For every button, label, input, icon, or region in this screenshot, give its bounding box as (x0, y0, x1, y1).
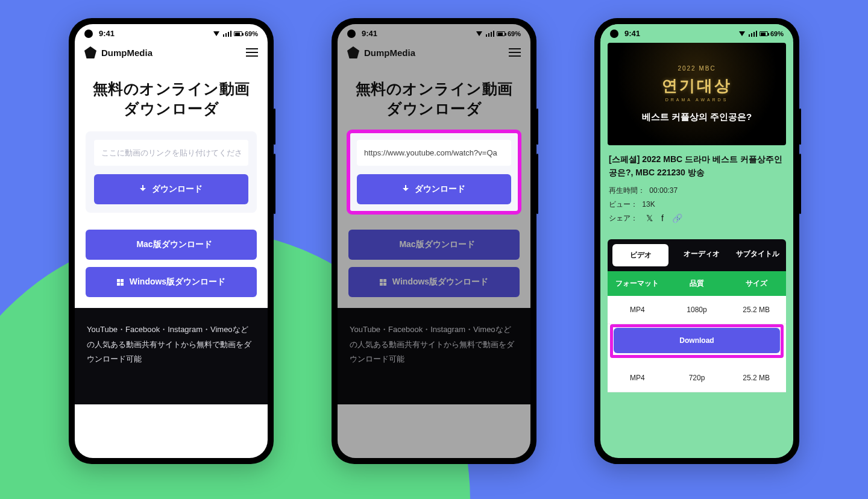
brand-logo-icon (84, 46, 96, 58)
camera-hole (84, 30, 93, 38)
hero-title: 無料のオンライン動画ダウンローダ (88, 79, 254, 118)
phone-mockup-3: 9:41 69% 2022 MBC 연기대상 DRAMA AWARDS 베스트 … (594, 18, 799, 464)
mac-download-label: Mac版ダウンロード (399, 239, 474, 250)
url-input-card: ダウンロード (86, 131, 257, 213)
share-label: シェア： (609, 213, 638, 224)
thumb-caption: 베스트 커플상의 주인공은? (642, 111, 752, 123)
tab-audio[interactable]: オーディオ (673, 239, 729, 271)
cellular-icon (223, 31, 231, 37)
thumb-subtitle: DRAMA AWARDS (665, 98, 729, 102)
signal-icon (476, 31, 482, 36)
mac-download-button[interactable]: Mac版ダウンロード (348, 230, 520, 260)
table-row: MP4 1080p 25.2 MB (608, 296, 786, 324)
cell-format: MP4 (608, 374, 667, 382)
brand-name: DumpMedia (101, 48, 153, 58)
col-size: サイズ (726, 278, 786, 289)
url-input-card-highlighted: ダウンロード (348, 131, 520, 213)
windows-download-button[interactable]: Windows版ダウンロード (348, 267, 520, 297)
battery-icon (497, 31, 505, 36)
video-title: [스페셜] 2022 MBC 드라마 베스트 커플상주인공은?, MBC 221… (609, 152, 785, 180)
download-button-label: ダウンロード (415, 184, 465, 195)
row-download-button[interactable]: Download (614, 328, 780, 353)
mac-download-label: Mac版ダウンロード (136, 239, 212, 250)
download-icon (140, 186, 146, 192)
duration-value: 00:00:37 (649, 186, 678, 195)
status-time: 9:41 (99, 29, 115, 38)
status-time: 9:41 (362, 29, 377, 38)
windows-download-button[interactable]: Windows版ダウンロード (86, 267, 257, 297)
footer-text: YouTube・Facebook・Instagram・Vimeoなどの人気ある動… (338, 308, 530, 404)
brand-logo-icon (347, 46, 359, 58)
battery-percent: 69% (770, 30, 784, 37)
download-panel: ビデオ オーディオ サブタイトル フォーマット 品質 サイズ MP4 1080p… (608, 239, 786, 392)
download-button[interactable]: ダウンロード (357, 174, 511, 204)
col-format: フォーマット (608, 278, 667, 289)
cell-quality: 1080p (667, 306, 727, 314)
brand[interactable]: DumpMedia (84, 46, 153, 58)
mac-download-button[interactable]: Mac版ダウンロード (86, 230, 257, 260)
windows-download-label: Windows版ダウンロード (392, 277, 488, 287)
cell-size: 25.2 MB (726, 374, 786, 382)
windows-icon (117, 279, 124, 286)
table-row: MP4 720p 25.2 MB (608, 364, 786, 392)
views-label: ビュー： (609, 200, 638, 209)
battery-percent: 69% (245, 30, 258, 37)
windows-icon (380, 279, 386, 286)
link-icon[interactable]: 🔗 (672, 213, 682, 223)
download-button[interactable]: ダウンロード (94, 174, 248, 204)
video-thumbnail[interactable]: 2022 MBC 연기대상 DRAMA AWARDS 베스트 커플상의 주인공은… (608, 43, 786, 145)
cell-size: 25.2 MB (726, 306, 786, 314)
brand-name: DumpMedia (364, 48, 415, 58)
thumb-year: 2022 MBC (678, 65, 715, 72)
battery-icon (234, 31, 242, 36)
footer-text: YouTube・Facebook・Instagram・Vimeoなどの人気ある動… (75, 308, 268, 404)
url-input[interactable] (94, 140, 248, 166)
status-bar: 9:41 69% (338, 24, 530, 40)
tab-subtitle[interactable]: サブタイトル (730, 239, 786, 271)
facebook-icon[interactable]: f (661, 213, 664, 223)
twitter-icon[interactable]: 𝕏 (646, 213, 653, 223)
download-icon (403, 186, 409, 192)
status-time: 9:41 (624, 29, 640, 38)
thumb-title: 연기대상 (662, 75, 732, 96)
col-quality: 品質 (667, 278, 727, 289)
views-value: 13K (642, 200, 655, 209)
url-input[interactable] (357, 140, 511, 166)
brand[interactable]: DumpMedia (347, 46, 415, 58)
hero-title: 無料のオンライン動画ダウンローダ (351, 79, 517, 118)
table-header: フォーマット 品質 サイズ (608, 271, 786, 296)
cellular-icon (486, 31, 494, 37)
menu-icon[interactable] (246, 48, 258, 57)
views-row: ビュー： 13K (609, 199, 785, 210)
status-bar: 9:41 69% (600, 24, 793, 40)
signal-icon (739, 31, 745, 36)
battery-percent: 69% (508, 30, 521, 37)
download-action-highlighted: Download (608, 324, 786, 364)
camera-hole (347, 30, 356, 38)
phone-mockup-2: 9:41 69% DumpMedia 無料のオンライン動画ダウンローダ (332, 18, 536, 464)
signal-icon (213, 31, 219, 36)
phone-mockup-1: 9:41 69% DumpMedia 無料のオンライン動画ダウンローダ (69, 18, 274, 464)
download-button-label: ダウンロード (152, 184, 203, 195)
tab-video[interactable]: ビデオ (612, 244, 668, 266)
cell-quality: 720p (667, 374, 727, 382)
duration-label: 再生時間： (609, 186, 645, 195)
status-bar: 9:41 69% (75, 24, 268, 40)
cellular-icon (749, 31, 757, 37)
camera-hole (610, 30, 618, 38)
cell-format: MP4 (608, 306, 667, 314)
windows-download-label: Windows版ダウンロード (130, 277, 225, 287)
duration-row: 再生時間： 00:00:37 (609, 186, 785, 196)
battery-icon (760, 31, 768, 36)
menu-icon[interactable] (509, 48, 521, 57)
